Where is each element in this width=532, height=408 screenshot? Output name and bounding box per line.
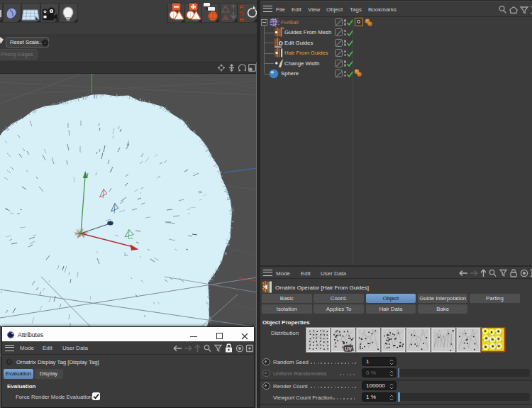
- svg-text:UV: UV: [345, 346, 352, 351]
- svg-text:R: R: [240, 16, 245, 23]
